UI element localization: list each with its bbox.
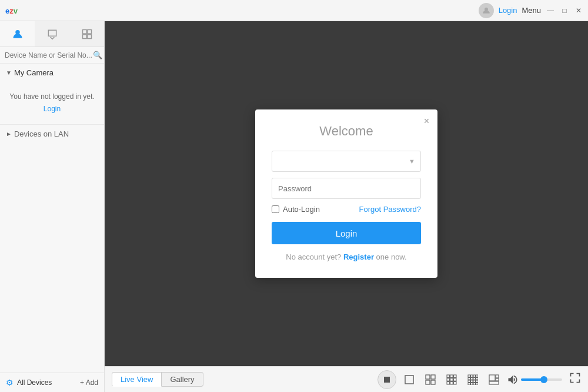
svg-rect-20 [447, 381, 450, 384]
svg-rect-15 [450, 375, 453, 378]
add-button[interactable]: + Add [80, 378, 98, 387]
svg-rect-17 [447, 378, 450, 381]
sidebar-tabs [0, 21, 104, 47]
svg-rect-6 [82, 34, 86, 38]
svg-rect-11 [431, 375, 435, 379]
svg-rect-10 [426, 375, 430, 379]
svg-rect-35 [468, 383, 470, 385]
svg-rect-14 [447, 375, 450, 378]
auto-login-text: Auto-Login [283, 205, 320, 214]
grid-4x4-icon [467, 374, 478, 385]
svg-rect-24 [471, 375, 473, 377]
volume-thumb [540, 376, 547, 383]
svg-rect-9 [405, 376, 413, 384]
stop-button[interactable] [377, 370, 396, 389]
title-bar: ezviz Login Menu — □ ✕ [0, 0, 588, 21]
svg-rect-27 [468, 377, 470, 380]
grid-custom-button[interactable] [486, 371, 502, 388]
tab-live-view[interactable]: Live View [112, 372, 162, 387]
sidebar-tab-grid[interactable] [69, 21, 104, 46]
grid-2x2-button[interactable] [422, 371, 439, 388]
lan-devices-section: ► Devices on LAN [0, 124, 104, 143]
svg-rect-21 [450, 381, 453, 384]
avatar [479, 3, 494, 18]
modal-title: Welcome [272, 124, 421, 139]
modal-options-row: Auto-Login Forgot Password? [272, 205, 421, 214]
svg-rect-25 [473, 375, 476, 377]
login-modal: × Welcome ▼ Aut [255, 109, 437, 278]
svg-rect-18 [450, 378, 453, 381]
svg-rect-31 [468, 380, 470, 383]
grid-1x1-icon [404, 374, 415, 385]
stop-icon [383, 376, 391, 384]
svg-rect-4 [82, 29, 86, 34]
sidebar-tab-person[interactable] [0, 21, 35, 46]
username-select[interactable] [272, 151, 421, 172]
maximize-button[interactable]: □ [560, 6, 569, 15]
svg-text:ezviz: ezviz [5, 6, 18, 15]
grid-1x1-button[interactable] [401, 371, 417, 388]
lan-devices-header[interactable]: ► Devices on LAN [0, 125, 104, 143]
password-input[interactable] [272, 178, 421, 199]
sidebar-login-link[interactable]: Login [6, 104, 98, 115]
svg-rect-30 [476, 377, 479, 380]
bottom-toolbar: Live View Gallery [105, 366, 588, 392]
fullscreen-button[interactable] [569, 372, 581, 387]
register-suffix: one now. [376, 253, 407, 261]
grid-2x2-icon [425, 374, 436, 385]
svg-rect-38 [476, 383, 479, 385]
ezviz-logo-icon: ezviz [5, 4, 18, 17]
svg-rect-12 [426, 380, 430, 384]
not-logged-in-text: You have not logged in yet. [9, 92, 94, 101]
lan-devices-label: Devices on LAN [14, 129, 69, 138]
grid-3x3-icon [446, 374, 457, 385]
minimize-button[interactable]: — [546, 6, 555, 15]
sidebar-search-bar: 🔍 [0, 47, 104, 64]
chat-icon [46, 28, 58, 40]
modal-login-button[interactable]: Login [272, 222, 421, 244]
search-icon[interactable]: 🔍 [93, 51, 102, 59]
my-camera-header[interactable]: ▼ My Camera [0, 64, 104, 82]
title-login-button[interactable]: Login [499, 6, 517, 15]
grid-custom-icon [489, 374, 499, 385]
close-button[interactable]: ✕ [574, 6, 583, 15]
svg-rect-39 [489, 375, 495, 381]
auto-login-label[interactable]: Auto-Login [272, 205, 320, 214]
svg-rect-19 [454, 378, 457, 381]
svg-rect-37 [473, 383, 476, 385]
main-layout: 🔍 ▼ My Camera You have not logged in yet… [0, 21, 588, 392]
grid-3x3-button[interactable] [443, 371, 460, 388]
modal-close-button[interactable]: × [424, 117, 429, 126]
sidebar-tab-chat[interactable] [35, 21, 69, 46]
register-text: No account yet? Register one now. [272, 253, 421, 261]
auto-login-checkbox[interactable] [272, 205, 279, 213]
svg-rect-16 [454, 375, 457, 378]
fullscreen-icon [569, 372, 581, 384]
modal-overlay: × Welcome ▼ Aut [105, 21, 588, 366]
svg-rect-34 [476, 380, 479, 383]
video-area: × Welcome ▼ Aut [105, 21, 588, 366]
svg-rect-26 [476, 375, 479, 377]
volume-icon[interactable] [507, 374, 519, 386]
person-icon [12, 28, 24, 40]
grid-4x4-button[interactable] [465, 371, 481, 388]
logo: ezviz [5, 4, 18, 17]
svg-rect-28 [471, 377, 473, 380]
svg-rect-23 [468, 375, 470, 377]
settings-icon[interactable]: ⚙ [6, 378, 14, 387]
tab-gallery[interactable]: Gallery [162, 372, 203, 387]
svg-rect-5 [87, 29, 91, 34]
sidebar-bottom: ⚙ All Devices + Add [0, 373, 104, 392]
search-input[interactable] [5, 51, 93, 59]
register-link[interactable]: Register [343, 253, 374, 261]
my-camera-section: ▼ My Camera You have not logged in yet. … [0, 64, 104, 124]
sidebar: 🔍 ▼ My Camera You have not logged in yet… [0, 21, 105, 392]
svg-rect-22 [454, 381, 457, 384]
all-devices-label: All Devices [17, 378, 76, 387]
svg-rect-7 [87, 34, 91, 38]
volume-slider[interactable] [521, 378, 562, 381]
forgot-password-link[interactable]: Forgot Password? [359, 205, 422, 214]
title-menu-button[interactable]: Menu [522, 6, 541, 15]
volume-fill [521, 378, 544, 381]
svg-rect-32 [471, 380, 473, 383]
